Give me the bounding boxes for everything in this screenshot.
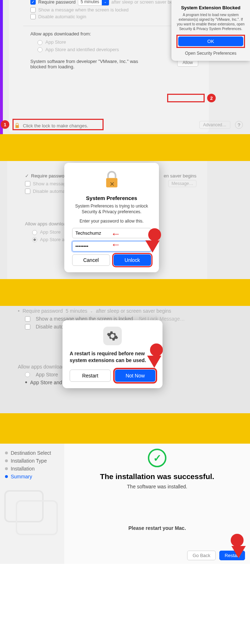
alert-title: System Extension Blocked: [176, 5, 245, 10]
cursor-circle-4: [231, 534, 244, 547]
dot-icon: [5, 452, 8, 454]
dot-icon: [5, 459, 8, 462]
annotation-badge-1: 1: [1, 120, 9, 129]
annotation-badge-2: 2: [207, 94, 216, 102]
restart-buttons: Restart Not Now: [70, 370, 155, 382]
yellow-wrapper-2: ✓ Require password en saver begins Show …: [0, 134, 250, 306]
success-subtitle: The software was installed.: [71, 484, 243, 489]
bg3-value: 5 minutes: [66, 308, 88, 314]
require-password-suffix: after sleep or screen saver begins: [111, 0, 181, 5]
radio-appstore[interactable]: [38, 40, 42, 45]
success-check-icon: ✓: [148, 449, 166, 467]
security-privacy-screenshot: ✓ Require password 5 minutes ⌄ after sle…: [0, 0, 250, 134]
bg-show-checkbox[interactable]: [25, 181, 30, 186]
cursor-circle: [148, 228, 161, 241]
bg-r1-label: App Store: [40, 229, 61, 235]
restart-prompt: Please restart your Mac.: [71, 525, 243, 531]
disable-auto-login-label: Disable automatic login: [38, 14, 86, 19]
sidebar-label-0: Destination Select: [11, 450, 51, 456]
installer-success-screenshot: Destination Select Installation Type Ins…: [0, 444, 250, 564]
desktop-edge: [0, 0, 3, 134]
require-password-value: 5 minutes: [78, 0, 102, 4]
open-preferences-button[interactable]: Open Security Preferences: [176, 49, 245, 57]
go-back-button[interactable]: Go Back: [187, 551, 216, 560]
dot-icon: [5, 467, 8, 470]
dialog-title: System Preferences: [72, 195, 151, 201]
bg-msg-button[interactable]: Message…: [168, 180, 196, 187]
restart-dialog-screenshot: •Require password 5 minutes ⌄ after slee…: [0, 306, 250, 413]
extension-blocked-alert: System Extension Blocked A program tried…: [171, 0, 250, 61]
annotation-box-lock: [12, 119, 104, 130]
require-password-label: Require password: [38, 0, 76, 5]
cancel-button[interactable]: Cancel: [72, 254, 110, 266]
installer-main: ✓ The installation was successful. The s…: [64, 444, 250, 564]
bg3-r1-label: App Store: [36, 372, 58, 377]
radio-identified[interactable]: [38, 47, 42, 52]
show-message-label: Show a message when the screen is locked: [38, 7, 129, 13]
unlock-dialog: System Preferences System Preferences is…: [64, 163, 159, 272]
blocked-message-text: System software from developer "VMware, …: [30, 59, 145, 69]
bg3-show-checkbox[interactable]: [25, 316, 30, 322]
unlock-dialog-screenshot: ✓ Require password en saver begins Show …: [0, 161, 250, 279]
disable-auto-login-checkbox[interactable]: [30, 14, 36, 19]
bg3-require: •Require password 5 minutes ⌄ after slee…: [18, 308, 200, 314]
success-title: The installation was successful.: [71, 472, 243, 481]
bg-after-label: en saver begins: [164, 173, 196, 179]
sidebar-label-3: Summary: [11, 474, 32, 479]
bg-disable-checkbox[interactable]: [25, 189, 30, 194]
chevron-down-icon: ⌄: [102, 0, 109, 5]
yellow-wrapper-3: •Require password 5 minutes ⌄ after slee…: [0, 306, 250, 444]
help-button[interactable]: ?: [235, 121, 243, 129]
bg-r1[interactable]: [32, 230, 37, 235]
dot-icon: [5, 475, 8, 478]
bg-require-label: Require password: [31, 173, 69, 179]
bg3-after: after sleep or screen saver begins: [96, 308, 171, 314]
restart-button[interactable]: Restart: [70, 370, 111, 382]
bg3-r1[interactable]: [25, 372, 30, 377]
restart-dialog-text: A restart is required before new system …: [70, 350, 155, 364]
sidebar-label-2: Installation: [11, 466, 35, 472]
sidebar-item-destination[interactable]: Destination Select: [5, 450, 59, 456]
require-password-select[interactable]: 5 minutes ⌄: [78, 0, 109, 6]
arrow-username: ←: [111, 228, 121, 240]
dialog-enter: Enter your password to allow this.: [72, 218, 151, 224]
bg3-require-label: Require password: [22, 308, 63, 314]
gear-icon: [103, 327, 122, 345]
unlock-button[interactable]: Unlock: [114, 254, 151, 266]
svg-rect-0: [106, 178, 118, 187]
cursor-arrow-icon: [145, 240, 160, 253]
ok-button[interactable]: OK: [178, 36, 243, 46]
radio-identified-label: App Store and identified developers: [45, 47, 119, 52]
cursor-arrow-icon-4: [231, 546, 246, 558]
sidebar-item-summary[interactable]: Summary: [5, 474, 59, 479]
restart-dialog: A restart is required before new system …: [62, 320, 162, 388]
radio-appstore-label: App Store: [45, 39, 66, 45]
sidebar-decoration: [4, 490, 44, 522]
bg-r2[interactable]: [32, 237, 37, 242]
sidebar-item-install-type[interactable]: Installation Type: [5, 458, 59, 464]
sidebar-item-installation[interactable]: Installation: [5, 466, 59, 472]
alert-body: A program tried to load new system exten…: [176, 13, 245, 31]
advanced-button[interactable]: Advanced…: [199, 121, 230, 129]
not-now-button[interactable]: Not Now: [115, 370, 155, 382]
lock-large-icon: [102, 169, 122, 189]
arrow-password: ←: [111, 239, 121, 250]
sidebar-label-1: Installation Type: [11, 458, 47, 464]
dialog-body: System Preferences is trying to unlock S…: [72, 203, 151, 215]
check-icon: ✓: [25, 173, 29, 179]
cursor-circle-3: [150, 343, 163, 356]
show-message-checkbox[interactable]: [30, 7, 36, 13]
annotation-box-allow: [167, 94, 205, 102]
annotation-box-ok: OK: [176, 35, 245, 48]
bg3-disable-checkbox[interactable]: [25, 324, 30, 330]
require-password-checkbox[interactable]: ✓: [30, 0, 36, 5]
installer-sidebar: Destination Select Installation Type Ins…: [0, 444, 64, 564]
dialog-buttons: Cancel Unlock: [72, 254, 151, 266]
cursor-arrow-icon-3: [147, 356, 161, 368]
